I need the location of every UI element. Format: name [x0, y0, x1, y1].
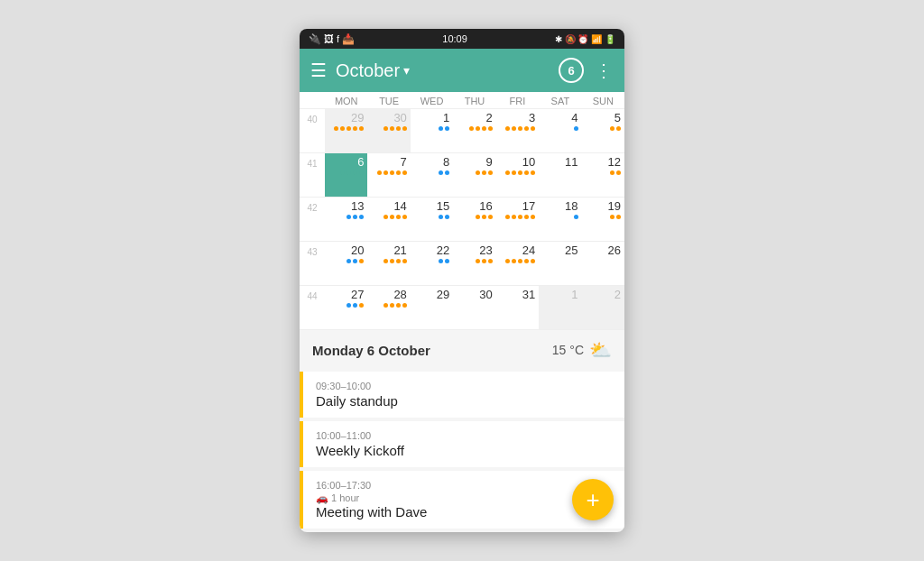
calendar-day[interactable]: 9 [453, 153, 495, 197]
event-dots [346, 259, 364, 263]
calendar-day[interactable]: 10 [496, 153, 539, 197]
day-number: 30 [393, 111, 406, 124]
event-dot [518, 215, 522, 219]
calendar-day[interactable]: 20 [325, 242, 367, 285]
day-number: 13 [351, 199, 364, 213]
calendar: MON TUE WED THU FRI SAT SUN 402930123454… [300, 92, 624, 330]
event-dot [334, 126, 338, 131]
event-time: 09:30–10:00 [316, 381, 612, 391]
today-badge[interactable]: 6 [559, 58, 584, 83]
calendar-day[interactable]: 27 [325, 286, 367, 329]
menu-icon[interactable]: ☰ [310, 60, 327, 81]
calendar-week: 44272829303112 [300, 286, 624, 330]
weather-icon: ⛅ [589, 339, 612, 361]
event-dot [524, 215, 529, 219]
event-dots [340, 170, 364, 175]
header-sun: SUN [582, 92, 624, 108]
event-card-last[interactable]: 16:00–17:30🚗 1 hourMeeting with Dave+ [300, 471, 624, 529]
week-number: 43 [300, 242, 325, 285]
calendar-day[interactable]: 1 [411, 109, 453, 152]
event-dot [610, 170, 614, 175]
header-thu: THU [453, 92, 495, 108]
calendar-day[interactable]: 18 [539, 198, 581, 241]
event-card[interactable]: 09:30–10:00Daily standup [300, 372, 624, 418]
calendar-day[interactable]: 30 [453, 286, 495, 329]
calendar-day[interactable]: 21 [367, 242, 410, 285]
day-number: 16 [479, 199, 492, 213]
status-right-icons: ✱ 🔕 ⏰ 📶 🔋 [555, 34, 615, 44]
month-title[interactable]: October ▾ [336, 60, 410, 81]
event-dot [524, 170, 529, 175]
calendar-day[interactable]: 22 [411, 242, 453, 285]
header-sat: SAT [539, 92, 581, 108]
event-dot [445, 126, 449, 131]
event-dots [383, 259, 407, 263]
temperature: 15 °C [552, 343, 584, 357]
calendar-day[interactable]: 31 [496, 286, 539, 329]
week-number: 41 [300, 153, 325, 197]
event-dots [383, 215, 407, 219]
day-number: 19 [608, 199, 621, 213]
calendar-day[interactable]: 17 [496, 198, 539, 241]
calendar-day[interactable]: 13 [325, 198, 367, 241]
top-bar-left: ☰ October ▾ [310, 60, 410, 81]
event-dots [439, 170, 449, 175]
more-options-icon[interactable]: ⋮ [595, 60, 614, 81]
calendar-day[interactable]: 11 [539, 153, 581, 197]
add-event-button[interactable]: + [572, 479, 614, 520]
event-dots [505, 126, 535, 131]
event-dot [359, 303, 364, 308]
event-dot [518, 170, 522, 175]
event-dot [340, 170, 345, 175]
event-dots [505, 259, 535, 263]
top-bar-right: 6 ⋮ [559, 58, 614, 83]
event-dot [574, 126, 578, 131]
event-dots [439, 259, 449, 263]
event-dots [383, 303, 407, 308]
calendar-day[interactable]: 19 [582, 198, 624, 241]
day-number: 17 [522, 199, 535, 213]
calendar-day[interactable]: 29 [325, 109, 367, 152]
calendar-day[interactable]: 30 [367, 109, 410, 152]
event-card[interactable]: 10:00–11:00Weekly Kickoff [300, 421, 624, 467]
status-time: 10:09 [442, 33, 467, 44]
week-num-header [300, 92, 325, 108]
calendar-day[interactable]: 6 [325, 153, 367, 197]
event-dot [512, 126, 516, 131]
day-number: 20 [351, 244, 364, 257]
event-dots [476, 259, 493, 263]
event-dot [390, 215, 394, 219]
calendar-day[interactable]: 28 [367, 286, 410, 329]
calendar-day[interactable]: 29 [411, 286, 453, 329]
calendar-day[interactable]: 23 [453, 242, 495, 285]
event-dot [482, 170, 486, 175]
calendar-day[interactable]: 2 [453, 109, 495, 152]
event-dot [377, 170, 382, 175]
calendar-day[interactable]: 24 [496, 242, 539, 285]
calendar-day[interactable]: 5 [582, 109, 624, 152]
calendar-day[interactable]: 4 [539, 109, 581, 152]
calendar-day[interactable]: 12 [582, 153, 624, 197]
calendar-day[interactable]: 3 [496, 109, 539, 152]
calendar-day[interactable]: 14 [367, 198, 410, 241]
calendar-day[interactable]: 2 [582, 286, 624, 329]
dropdown-arrow-icon[interactable]: ▾ [403, 63, 410, 78]
event-dot [346, 303, 351, 308]
calendar-day[interactable]: 25 [539, 242, 581, 285]
calendar-day[interactable]: 16 [453, 198, 495, 241]
event-dots [439, 215, 449, 219]
calendar-day[interactable]: 8 [411, 153, 453, 197]
event-dot [390, 170, 394, 175]
event-dot [383, 170, 388, 175]
calendar-day[interactable]: 15 [411, 198, 453, 241]
event-dot [390, 259, 394, 263]
calendar-day[interactable]: 1 [539, 286, 581, 329]
event-dot [524, 126, 529, 131]
event-dot [610, 215, 614, 219]
calendar-body: 4029301234541678910111242131415161718194… [300, 109, 624, 330]
event-dot [340, 126, 345, 131]
calendar-day[interactable]: 26 [582, 242, 624, 285]
calendar-day[interactable]: 7 [367, 153, 410, 197]
day-number: 22 [437, 244, 449, 257]
event-dot [505, 126, 510, 131]
